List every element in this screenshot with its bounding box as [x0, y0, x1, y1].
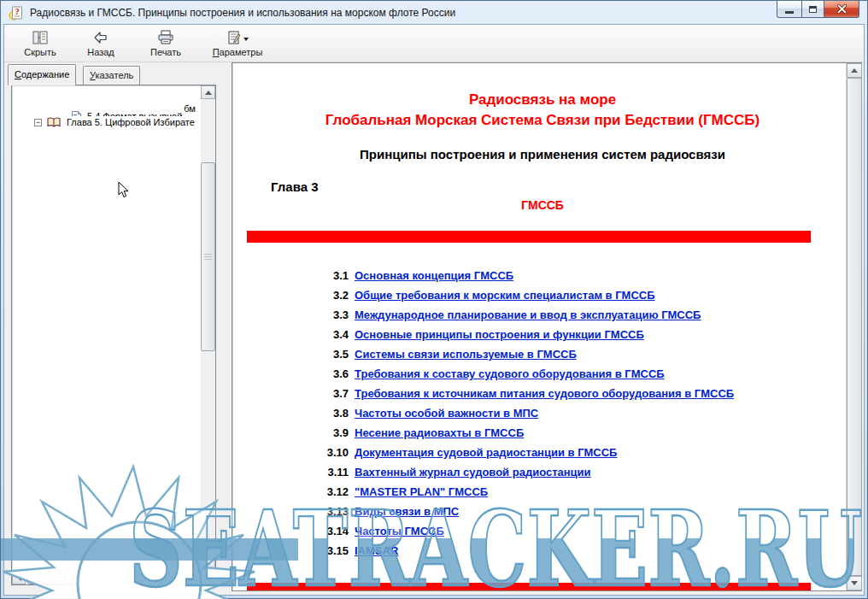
tree-scroll-up-button[interactable] — [201, 85, 215, 99]
tab-index[interactable]: Указатель — [83, 66, 140, 85]
toc-row: 3.10Документация судовой радиостанции в … — [247, 446, 846, 466]
toc-number: 3.14 — [247, 525, 349, 537]
chapter-heading: ГМССБ — [247, 198, 838, 212]
toc-number: 3.8 — [247, 407, 349, 420]
toc-link[interactable]: Международное планирование и ввод в эксп… — [355, 308, 701, 321]
toc-link[interactable]: Вахтенный журнал судовой радиостанции — [355, 466, 591, 479]
toc-number: 3.12 — [247, 485, 349, 498]
window-controls — [777, 1, 859, 18]
toc-link[interactable]: Основная концепция ГМССБ — [355, 269, 513, 282]
help-viewer-window: ? Радиосвязь и ГМССБ. Принципы построени… — [0, 0, 868, 599]
options-icon — [226, 30, 242, 45]
toc-link[interactable]: Частоты особой важности в МПС — [355, 407, 538, 420]
toc-link[interactable]: Требования к составу судового оборудован… — [355, 367, 665, 380]
window-title: Радиосвязь и ГМССБ. Принципы построения … — [30, 7, 455, 19]
toc-number: 3.13 — [247, 505, 349, 518]
toc-number: 3.7 — [247, 387, 349, 400]
tab-contents[interactable]: Содержание — [8, 64, 76, 85]
hide-button-label: Скрыть — [24, 47, 56, 58]
doc-title-line1: Радиосвязь на море — [247, 91, 838, 109]
hide-button[interactable]: Скрыть — [15, 25, 65, 61]
toc-row: 3.8Частоты особой важности в МПС — [247, 407, 846, 426]
titlebar: ? Радиосвязь и ГМССБ. Принципы построени… — [1, 1, 867, 24]
arrow-right-icon — [192, 574, 196, 581]
tree-chapter-item[interactable]: −Глава 5. Цифровой Избирате — [14, 115, 199, 129]
collapse-expander-icon[interactable]: − — [34, 119, 42, 126]
tree-scroll-left-button[interactable] — [12, 570, 26, 584]
content-scroll-down-button[interactable] — [847, 576, 862, 590]
toc-row: 3.7Требования к источникам питания судов… — [247, 387, 846, 407]
content-scroll-thumb[interactable] — [847, 78, 862, 576]
toc-link[interactable]: Основные принципы построения и функции Г… — [355, 328, 644, 341]
tree-items: 2.4 Формы и системы связ2.5 Типы станций… — [14, 88, 199, 568]
help-book-icon: ? — [9, 5, 24, 21]
doc-subtitle: Принципы построения и применения систем … — [247, 147, 838, 162]
client-area: Скрыть Назад Печать — [3, 24, 865, 596]
minimize-button[interactable] — [777, 1, 802, 18]
tree-vscroll-thumb[interactable] — [201, 162, 215, 351]
options-button-label: Параметры — [213, 47, 263, 58]
toc-link[interactable]: Общие требования к морским специалистам … — [355, 289, 655, 302]
arrow-down-icon — [851, 581, 858, 585]
toc-link[interactable]: Частоты ГМССБ — [355, 525, 444, 537]
contents-tree: 2.4 Формы и системы связ2.5 Типы станций… — [11, 85, 216, 585]
toc-link[interactable]: "MASTER PLAN" ГМССБ — [355, 485, 488, 498]
chapter-label: Глава 3 — [271, 179, 846, 194]
toc-row: 3.11Вахтенный журнал судовой радиостанци… — [247, 466, 846, 485]
red-divider-bottom — [247, 583, 811, 590]
tree-item-label[interactable]: Глава 5. Цифровой Избирате — [65, 116, 196, 128]
thumb-grip — [44, 573, 50, 581]
hide-panel-icon — [32, 30, 49, 45]
red-divider-top — [247, 231, 811, 243]
toc-row: 3.5Системы связи используемые в ГМССБ — [247, 348, 846, 367]
content-scroll-up-button[interactable] — [847, 63, 862, 78]
back-button-label: Назад — [87, 47, 114, 58]
print-button[interactable]: Печать — [142, 25, 190, 61]
options-button[interactable]: Параметры — [207, 25, 268, 61]
tree-horizontal-scrollbar[interactable] — [12, 570, 201, 584]
tree-scroll-down-button[interactable] — [201, 556, 215, 570]
toc-row: 3.6Требования к составу судового оборудо… — [247, 367, 846, 387]
toc-number: 3.3 — [247, 308, 349, 321]
toc-row: 3.4Основные принципы построения и функци… — [247, 328, 846, 348]
arrow-down-icon — [205, 561, 212, 566]
toc-row: 3.3Международное планирование и ввод в э… — [247, 308, 846, 328]
toc-number: 3.1 — [247, 269, 349, 282]
tree-hscroll-thumb[interactable] — [27, 570, 66, 584]
tree-item-label[interactable]: 5.4 Формат вызывной пос — [85, 110, 184, 116]
toc-row: 3.15IAMSAR — [247, 544, 846, 564]
toc-number: 3.5 — [247, 348, 349, 361]
back-arrow-icon — [92, 31, 109, 44]
toc-link[interactable]: Документация судовой радиостанции в ГМСС… — [355, 446, 617, 459]
close-icon — [837, 4, 847, 14]
toolbar: Скрыть Назад Печать — [4, 25, 864, 62]
tree-scroll-right-button[interactable] — [187, 570, 201, 584]
open-book-icon — [47, 117, 61, 128]
close-button[interactable] — [824, 1, 859, 18]
toc-link[interactable]: IAMSAR — [355, 544, 398, 557]
toc-link[interactable]: Несение радиовахты в ГМССБ — [355, 426, 524, 439]
toc-row: 3.2Общие требования к морским специалист… — [247, 289, 846, 308]
tree-page-item[interactable]: 5.4 Формат вызывной пос — [15, 88, 184, 116]
toc-number: 3.10 — [247, 446, 349, 459]
toc-row: 3.9Несение радиовахты в ГМССБ — [247, 426, 846, 446]
toc-row: 3.14Частоты ГМССБ — [247, 525, 846, 544]
topic-page: Радиосвязь на море Глобальная Морская Си… — [233, 63, 846, 590]
svg-text:?: ? — [15, 6, 20, 16]
toc-number: 3.4 — [247, 328, 349, 341]
content-vertical-scrollbar[interactable] — [846, 63, 861, 590]
tree-vertical-scrollbar[interactable] — [201, 85, 215, 570]
restore-button[interactable] — [801, 1, 824, 18]
toc-number: 3.2 — [247, 289, 349, 302]
toc-row: 3.12"MASTER PLAN" ГМССБ — [247, 485, 846, 505]
navigation-panel: Содержание Указатель 2.4 Формы и системы… — [4, 62, 221, 595]
toc-link[interactable]: Виды связи в МПС — [355, 505, 459, 518]
toc-link[interactable]: Системы связи используемые в ГМССБ — [355, 348, 577, 361]
topic-pane: Радиосвязь на море Глобальная Морская Си… — [232, 62, 862, 591]
toc-link[interactable]: Требования к источникам питания судового… — [355, 387, 734, 400]
toc-number: 3.11 — [247, 466, 349, 479]
print-button-label: Печать — [150, 47, 181, 58]
printer-icon — [156, 30, 175, 45]
back-button[interactable]: Назад — [77, 25, 125, 61]
toc-row: 3.1Основная концепция ГМССБ — [247, 269, 846, 289]
